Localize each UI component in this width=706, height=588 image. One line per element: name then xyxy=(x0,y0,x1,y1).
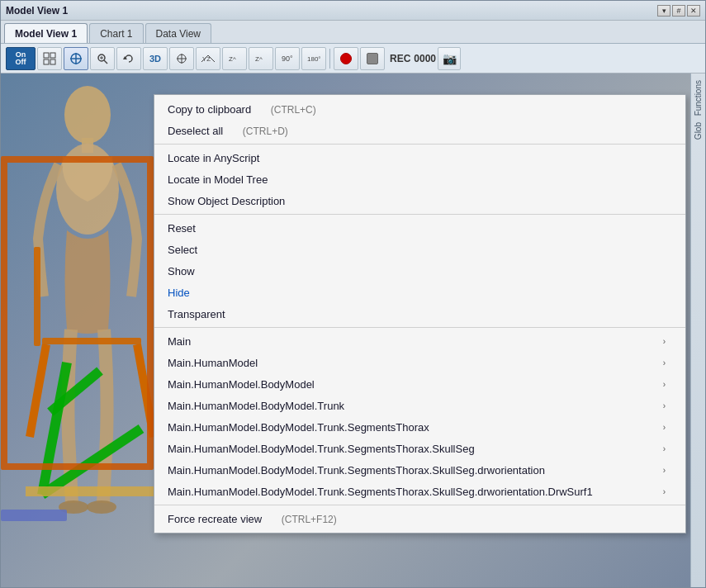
menu-item-segmentsthorax-label: Main.HumanModel.BodyModel.Trunk.Segments… xyxy=(168,421,429,434)
svg-point-24 xyxy=(87,500,116,514)
menu-item-skullseg[interactable]: Main.HumanModel.BodyModel.Trunk.Segments… xyxy=(154,438,685,459)
menu-item-locate-model-tree[interactable]: Locate in Model Tree xyxy=(154,168,685,190)
model-view[interactable]: Copy to clipboard (CTRL+C) Deselect all … xyxy=(1,74,690,587)
menu-item-drworientation[interactable]: Main.HumanModel.BodyModel.Trunk.Segments… xyxy=(154,459,685,481)
grid-button[interactable] xyxy=(37,47,62,70)
crosshair-button[interactable] xyxy=(64,47,88,70)
segmentsthorax-chevron-icon: › xyxy=(663,423,666,432)
svg-line-8 xyxy=(104,60,107,64)
menu-item-copy[interactable]: Copy to clipboard (CTRL+C) xyxy=(154,98,685,120)
svg-text:180°: 180° xyxy=(307,55,320,63)
tab-data-view[interactable]: Data View xyxy=(145,23,211,43)
on-off-button[interactable]: OnOff xyxy=(6,47,36,70)
svg-text:90°: 90° xyxy=(282,55,293,63)
menu-item-locate-anyscript[interactable]: Locate in AnyScript xyxy=(154,147,685,168)
svg-rect-32 xyxy=(26,486,158,496)
menu-item-main-humanmodel-bodymodel[interactable]: Main.HumanModel.BodyModel › xyxy=(154,373,685,395)
view-xy-button[interactable]: YZ xyxy=(196,47,220,70)
title-bar-title: Model View 1 xyxy=(6,5,68,17)
menu-item-show[interactable]: Show xyxy=(154,260,685,282)
menu-item-main-humanmodel[interactable]: Main.HumanModel › xyxy=(154,352,685,373)
menu-item-trunk[interactable]: Main.HumanModel.BodyModel.Trunk › xyxy=(154,395,685,416)
svg-rect-0 xyxy=(44,53,49,58)
menu-item-show-label: Show xyxy=(168,265,195,277)
menu-item-trunk-label: Main.HumanModel.BodyModel.Trunk xyxy=(168,400,344,412)
menu-item-drwsurf1-label: Main.HumanModel.BodyModel.Trunk.Segments… xyxy=(168,486,593,498)
menu-separator-4 xyxy=(154,505,685,505)
view-xy-icon: YZ xyxy=(201,52,215,65)
toolbar-separator-1 xyxy=(329,49,330,69)
title-bar-controls: ▾ # ✕ xyxy=(657,5,700,17)
zoom-icon xyxy=(96,52,109,65)
menu-item-locate-anyscript-label: Locate in AnyScript xyxy=(168,152,259,164)
menu-item-transparent[interactable]: Transparent xyxy=(154,303,685,325)
view-xz-icon: Z^ xyxy=(228,52,241,65)
menu-item-show-object-desc[interactable]: Show Object Description xyxy=(154,190,685,211)
rotate-icon xyxy=(122,52,135,65)
view-xz-button[interactable]: Z^ xyxy=(222,47,247,70)
3d-button[interactable]: 3D xyxy=(143,47,168,70)
svg-rect-3 xyxy=(50,59,55,64)
sidebar-label-glob[interactable]: Glob xyxy=(692,119,704,143)
blue-bar xyxy=(1,510,67,521)
snapshot-icon xyxy=(367,53,378,64)
snapshot-button[interactable] xyxy=(360,47,385,70)
main-humanmodel-bodymodel-chevron-icon: › xyxy=(663,380,666,389)
record-stop-button[interactable] xyxy=(334,47,358,70)
context-menu: Copy to clipboard (CTRL+C) Deselect all … xyxy=(154,94,686,533)
main-window: Model View 1 ▾ # ✕ Model View 1 Chart 1 … xyxy=(0,0,706,588)
tab-bar: Model View 1 Chart 1 Data View xyxy=(1,21,705,44)
menu-item-drworientation-label: Main.HumanModel.BodyModel.Trunk.Segments… xyxy=(168,464,545,477)
menu-item-deselect[interactable]: Deselect all (CTRL+D) xyxy=(154,120,685,141)
view-yz-button[interactable]: Z^ xyxy=(249,47,273,70)
menu-separator-3 xyxy=(154,327,685,328)
tab-chart-1[interactable]: Chart 1 xyxy=(89,23,143,43)
drworientation-chevron-icon: › xyxy=(663,466,666,475)
drwsurf1-chevron-icon: › xyxy=(663,487,666,496)
menu-item-select[interactable]: Select xyxy=(154,239,685,260)
window-title: Model View 1 xyxy=(6,5,68,17)
grid-icon xyxy=(43,52,56,65)
on-off-label: OnOff xyxy=(16,51,26,66)
menu-item-deselect-label: Deselect all (CTRL+D) xyxy=(168,125,288,137)
svg-text:Z^: Z^ xyxy=(229,55,236,63)
tab-model-view-1[interactable]: Model View 1 xyxy=(4,23,88,43)
menu-item-force-recreate-label: Force recreate view (CTRL+F12) xyxy=(168,513,337,525)
rotate-button[interactable] xyxy=(116,47,141,70)
tab-chart-1-label: Chart 1 xyxy=(100,28,132,40)
menu-item-show-object-desc-label: Show Object Description xyxy=(168,195,285,207)
menu-item-main[interactable]: Main › xyxy=(154,330,685,352)
zoom-button[interactable] xyxy=(90,47,115,70)
rec-counter: 0000 xyxy=(414,53,436,64)
title-bar: Model View 1 ▾ # ✕ xyxy=(1,1,705,21)
close-button[interactable]: ✕ xyxy=(687,5,700,17)
pan-icon xyxy=(175,52,188,65)
skullseg-chevron-icon: › xyxy=(663,444,666,453)
menu-item-hide[interactable]: Hide xyxy=(154,282,685,303)
rotate-90-button[interactable]: 90° xyxy=(275,47,300,70)
rotate-90-icon: 90° xyxy=(281,52,294,65)
tab-model-view-1-label: Model View 1 xyxy=(15,28,77,40)
menu-item-skullseg-label: Main.HumanModel.BodyModel.Trunk.Segments… xyxy=(168,443,475,455)
pan-button[interactable] xyxy=(169,47,194,70)
camera-button[interactable]: 📷 xyxy=(438,47,461,70)
menu-item-force-recreate[interactable]: Force recreate view (CTRL+F12) xyxy=(154,508,685,529)
rec-area: REC 0000 xyxy=(390,53,436,64)
rotate-180-button[interactable]: 180° xyxy=(301,47,326,70)
pin-button[interactable]: ▾ xyxy=(657,5,670,17)
svg-rect-1 xyxy=(50,53,55,58)
restore-button[interactable]: # xyxy=(672,5,685,17)
main-chevron-icon: › xyxy=(663,337,666,346)
menu-item-reset[interactable]: Reset xyxy=(154,217,685,239)
main-content: Copy to clipboard (CTRL+C) Deselect all … xyxy=(1,74,705,587)
menu-item-locate-model-tree-label: Locate in Model Tree xyxy=(168,173,268,186)
record-stop-icon xyxy=(340,53,352,64)
menu-item-hide-label: Hide xyxy=(168,287,190,299)
sidebar-label-functions[interactable]: Functions xyxy=(692,77,704,119)
svg-rect-2 xyxy=(44,59,49,64)
frame-structure xyxy=(1,156,154,470)
menu-item-segmentsthorax[interactable]: Main.HumanModel.BodyModel.Trunk.Segments… xyxy=(154,416,685,438)
toolbar: OnOff xyxy=(1,44,705,74)
menu-item-transparent-label: Transparent xyxy=(168,308,225,320)
menu-item-drwsurf1[interactable]: Main.HumanModel.BodyModel.Trunk.Segments… xyxy=(154,481,685,502)
